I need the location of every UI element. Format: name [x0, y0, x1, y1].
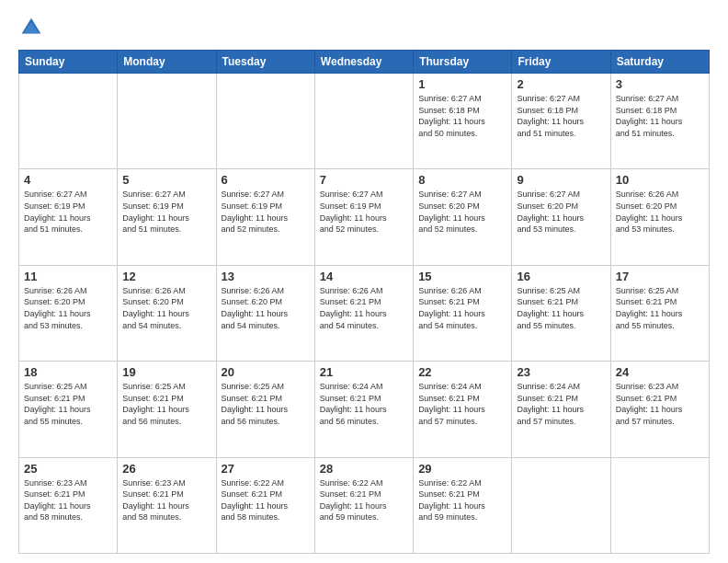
col-saturday: Saturday: [610, 51, 709, 74]
calendar-cell: 2Sunrise: 6:27 AM Sunset: 6:18 PM Daylig…: [512, 74, 610, 169]
calendar-body: 1Sunrise: 6:27 AM Sunset: 6:18 PM Daylig…: [19, 74, 710, 554]
calendar-week-2: 11Sunrise: 6:26 AM Sunset: 6:20 PM Dayli…: [19, 265, 710, 361]
day-number: 18: [24, 365, 112, 379]
calendar-cell: [216, 74, 314, 169]
calendar-cell: 23Sunrise: 6:24 AM Sunset: 6:21 PM Dayli…: [512, 362, 610, 457]
calendar-cell: 6Sunrise: 6:27 AM Sunset: 6:19 PM Daylig…: [216, 169, 314, 265]
day-number: 19: [122, 365, 210, 379]
day-number: 9: [517, 173, 605, 187]
col-monday: Monday: [118, 51, 216, 74]
page: Sunday Monday Tuesday Wednesday Thursday…: [0, 0, 728, 563]
day-number: 17: [616, 270, 704, 283]
calendar-week-1: 4Sunrise: 6:27 AM Sunset: 6:19 PM Daylig…: [19, 169, 710, 265]
calendar-cell: 17Sunrise: 6:25 AM Sunset: 6:21 PM Dayli…: [610, 265, 709, 361]
day-info: Sunrise: 6:22 AM Sunset: 6:21 PM Dayligh…: [418, 477, 506, 523]
day-number: 21: [320, 365, 408, 379]
calendar-cell: 4Sunrise: 6:27 AM Sunset: 6:19 PM Daylig…: [19, 169, 118, 265]
header: [18, 15, 710, 40]
calendar-cell: 16Sunrise: 6:25 AM Sunset: 6:21 PM Dayli…: [512, 265, 610, 361]
col-wednesday: Wednesday: [314, 51, 413, 74]
day-info: Sunrise: 6:27 AM Sunset: 6:19 PM Dayligh…: [24, 189, 112, 235]
calendar-cell: 1Sunrise: 6:27 AM Sunset: 6:18 PM Daylig…: [414, 74, 512, 169]
calendar-week-4: 25Sunrise: 6:23 AM Sunset: 6:21 PM Dayli…: [19, 457, 710, 553]
calendar-cell: 8Sunrise: 6:27 AM Sunset: 6:20 PM Daylig…: [414, 169, 512, 265]
day-info: Sunrise: 6:23 AM Sunset: 6:21 PM Dayligh…: [24, 477, 112, 523]
day-number: 24: [616, 365, 704, 379]
day-info: Sunrise: 6:26 AM Sunset: 6:21 PM Dayligh…: [418, 285, 506, 331]
day-info: Sunrise: 6:22 AM Sunset: 6:21 PM Dayligh…: [222, 477, 310, 523]
day-number: 8: [418, 173, 506, 187]
day-number: 3: [616, 77, 704, 91]
day-info: Sunrise: 6:26 AM Sunset: 6:20 PM Dayligh…: [616, 189, 704, 235]
calendar-cell: [512, 457, 610, 553]
calendar-cell: [118, 74, 216, 169]
col-tuesday: Tuesday: [216, 51, 314, 74]
day-number: 25: [24, 462, 112, 476]
day-info: Sunrise: 6:25 AM Sunset: 6:21 PM Dayligh…: [122, 381, 210, 427]
calendar-cell: 14Sunrise: 6:26 AM Sunset: 6:21 PM Dayli…: [314, 265, 413, 361]
day-number: 29: [418, 462, 506, 476]
day-number: 23: [517, 365, 605, 379]
calendar-week-0: 1Sunrise: 6:27 AM Sunset: 6:18 PM Daylig…: [19, 74, 710, 169]
calendar-cell: 9Sunrise: 6:27 AM Sunset: 6:20 PM Daylig…: [512, 169, 610, 265]
day-number: 22: [418, 365, 506, 379]
logo-icon: [18, 15, 44, 40]
calendar-week-3: 18Sunrise: 6:25 AM Sunset: 6:21 PM Dayli…: [19, 362, 710, 457]
calendar-cell: 11Sunrise: 6:26 AM Sunset: 6:20 PM Dayli…: [19, 265, 118, 361]
day-info: Sunrise: 6:24 AM Sunset: 6:21 PM Dayligh…: [517, 381, 605, 427]
day-info: Sunrise: 6:25 AM Sunset: 6:21 PM Dayligh…: [24, 381, 112, 427]
calendar-cell: 29Sunrise: 6:22 AM Sunset: 6:21 PM Dayli…: [414, 457, 512, 553]
calendar-cell: [314, 74, 413, 169]
day-number: 11: [24, 270, 112, 283]
calendar-cell: 19Sunrise: 6:25 AM Sunset: 6:21 PM Dayli…: [118, 362, 216, 457]
calendar-cell: 18Sunrise: 6:25 AM Sunset: 6:21 PM Dayli…: [19, 362, 118, 457]
day-info: Sunrise: 6:26 AM Sunset: 6:20 PM Dayligh…: [24, 285, 112, 331]
col-thursday: Thursday: [414, 51, 512, 74]
day-info: Sunrise: 6:27 AM Sunset: 6:18 PM Dayligh…: [517, 93, 605, 139]
calendar-cell: 3Sunrise: 6:27 AM Sunset: 6:18 PM Daylig…: [610, 74, 709, 169]
day-number: 4: [24, 173, 112, 187]
col-friday: Friday: [512, 51, 610, 74]
day-number: 14: [320, 270, 408, 283]
day-number: 12: [122, 270, 210, 283]
day-info: Sunrise: 6:24 AM Sunset: 6:21 PM Dayligh…: [418, 381, 506, 427]
day-info: Sunrise: 6:23 AM Sunset: 6:21 PM Dayligh…: [122, 477, 210, 523]
calendar-cell: 28Sunrise: 6:22 AM Sunset: 6:21 PM Dayli…: [314, 457, 413, 553]
day-info: Sunrise: 6:26 AM Sunset: 6:20 PM Dayligh…: [222, 285, 310, 331]
day-info: Sunrise: 6:23 AM Sunset: 6:21 PM Dayligh…: [616, 381, 704, 427]
day-info: Sunrise: 6:27 AM Sunset: 6:19 PM Dayligh…: [122, 189, 210, 235]
day-number: 15: [418, 270, 506, 283]
day-info: Sunrise: 6:26 AM Sunset: 6:20 PM Dayligh…: [122, 285, 210, 331]
calendar-cell: 7Sunrise: 6:27 AM Sunset: 6:19 PM Daylig…: [314, 169, 413, 265]
day-info: Sunrise: 6:25 AM Sunset: 6:21 PM Dayligh…: [222, 381, 310, 427]
day-number: 16: [517, 270, 605, 283]
day-number: 5: [122, 173, 210, 187]
col-sunday: Sunday: [19, 51, 118, 74]
day-info: Sunrise: 6:26 AM Sunset: 6:21 PM Dayligh…: [320, 285, 408, 331]
day-number: 2: [517, 77, 605, 91]
day-number: 13: [222, 270, 310, 283]
calendar-cell: 12Sunrise: 6:26 AM Sunset: 6:20 PM Dayli…: [118, 265, 216, 361]
day-info: Sunrise: 6:27 AM Sunset: 6:19 PM Dayligh…: [222, 189, 310, 235]
day-info: Sunrise: 6:27 AM Sunset: 6:19 PM Dayligh…: [320, 189, 408, 235]
logo: [18, 15, 48, 40]
calendar-cell: 21Sunrise: 6:24 AM Sunset: 6:21 PM Dayli…: [314, 362, 413, 457]
day-info: Sunrise: 6:27 AM Sunset: 6:18 PM Dayligh…: [418, 93, 506, 139]
day-info: Sunrise: 6:27 AM Sunset: 6:18 PM Dayligh…: [616, 93, 704, 139]
header-row: Sunday Monday Tuesday Wednesday Thursday…: [19, 51, 710, 74]
day-number: 26: [122, 462, 210, 476]
calendar-cell: 13Sunrise: 6:26 AM Sunset: 6:20 PM Dayli…: [216, 265, 314, 361]
day-number: 20: [222, 365, 310, 379]
day-number: 28: [320, 462, 408, 476]
day-info: Sunrise: 6:27 AM Sunset: 6:20 PM Dayligh…: [517, 189, 605, 235]
day-number: 10: [616, 173, 704, 187]
day-number: 1: [418, 77, 506, 91]
calendar-cell: [610, 457, 709, 553]
day-number: 7: [320, 173, 408, 187]
calendar-cell: 26Sunrise: 6:23 AM Sunset: 6:21 PM Dayli…: [118, 457, 216, 553]
day-info: Sunrise: 6:27 AM Sunset: 6:20 PM Dayligh…: [418, 189, 506, 235]
day-number: 6: [222, 173, 310, 187]
day-info: Sunrise: 6:25 AM Sunset: 6:21 PM Dayligh…: [517, 285, 605, 331]
day-info: Sunrise: 6:22 AM Sunset: 6:21 PM Dayligh…: [320, 477, 408, 523]
calendar-table: Sunday Monday Tuesday Wednesday Thursday…: [18, 50, 710, 554]
